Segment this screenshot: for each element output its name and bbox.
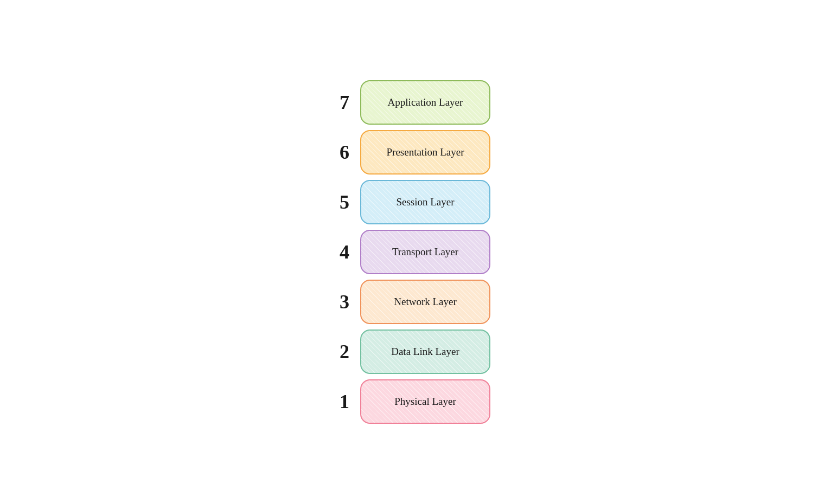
layer-box-network: Network Layer — [360, 280, 490, 324]
layer-label-presentation: Presentation Layer — [387, 146, 464, 158]
osi-model: 7Application Layer6Presentation Layer5Se… — [328, 80, 490, 424]
layer-box-physical: Physical Layer — [360, 379, 490, 424]
layer-label-session: Session Layer — [396, 196, 454, 208]
layer-row-transport: 4Transport Layer — [328, 230, 490, 274]
layer-number-session: 5 — [328, 191, 349, 214]
layer-box-transport: Transport Layer — [360, 230, 490, 274]
layer-row-application: 7Application Layer — [328, 80, 490, 125]
layer-row-physical: 1Physical Layer — [328, 379, 490, 424]
layer-number-physical: 1 — [328, 390, 349, 413]
layer-label-application: Application Layer — [388, 96, 463, 108]
layer-label-transport: Transport Layer — [392, 246, 458, 258]
layer-box-presentation: Presentation Layer — [360, 130, 490, 175]
layer-number-transport: 4 — [328, 241, 349, 263]
layer-number-application: 7 — [328, 91, 349, 114]
layer-label-network: Network Layer — [394, 296, 457, 308]
layer-row-presentation: 6Presentation Layer — [328, 130, 490, 175]
layer-box-session: Session Layer — [360, 180, 490, 224]
layer-number-data-link: 2 — [328, 340, 349, 363]
layer-label-data-link: Data Link Layer — [391, 346, 459, 358]
layer-box-application: Application Layer — [360, 80, 490, 125]
layer-row-session: 5Session Layer — [328, 180, 490, 224]
layer-number-presentation: 6 — [328, 141, 349, 164]
layer-box-data-link: Data Link Layer — [360, 329, 490, 374]
layer-label-physical: Physical Layer — [394, 396, 456, 408]
layer-number-network: 3 — [328, 290, 349, 313]
layer-row-network: 3Network Layer — [328, 280, 490, 324]
layer-row-data-link: 2Data Link Layer — [328, 329, 490, 374]
